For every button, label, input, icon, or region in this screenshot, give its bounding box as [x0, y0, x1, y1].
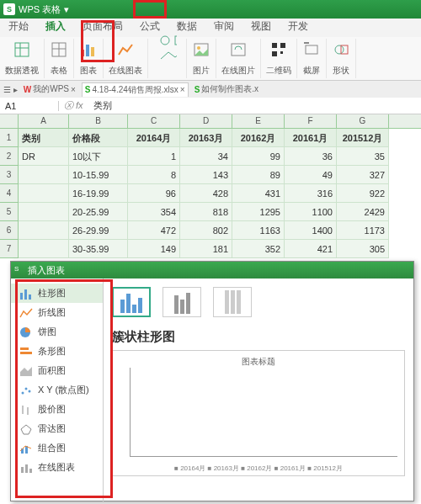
- cell[interactable]: 428: [180, 184, 232, 203]
- ribbon-picture[interactable]: 图片: [187, 39, 216, 78]
- cell[interactable]: 1163: [232, 221, 285, 240]
- cell[interactable]: 89: [232, 166, 285, 184]
- ribbon-table[interactable]: 表格: [45, 39, 74, 78]
- charttype-radar[interactable]: 雷达图: [11, 419, 103, 438]
- col-B[interactable]: B: [69, 114, 128, 128]
- cell[interactable]: 35: [337, 147, 389, 166]
- cell[interactable]: 49: [285, 166, 337, 184]
- row-hdr[interactable]: 1: [0, 129, 19, 147]
- cell[interactable]: 922: [337, 184, 389, 203]
- cell[interactable]: 1173: [337, 221, 389, 240]
- ribbon-qr[interactable]: 二维码: [261, 39, 297, 78]
- cell[interactable]: 20161月: [285, 129, 337, 147]
- cell[interactable]: 1400: [285, 221, 337, 240]
- cell[interactable]: 316: [285, 184, 337, 203]
- ribbon-online-chart[interactable]: 在线图表: [104, 39, 148, 78]
- cell[interactable]: 20162月: [232, 129, 285, 147]
- ribbon-screenshot[interactable]: 截屏: [297, 39, 327, 78]
- cell[interactable]: 352: [232, 240, 285, 258]
- cell[interactable]: 8: [128, 166, 180, 184]
- row-hdr[interactable]: 4: [0, 184, 19, 203]
- cell[interactable]: 16-19.99: [69, 184, 128, 203]
- cell[interactable]: 1295: [232, 203, 285, 221]
- cell[interactable]: 2429: [337, 203, 389, 221]
- ribbon-pivot[interactable]: 数据透视: [0, 39, 45, 78]
- row-hdr[interactable]: 5: [0, 203, 19, 221]
- select-all-corner[interactable]: [0, 114, 19, 128]
- tab-insert[interactable]: 插入: [37, 16, 74, 37]
- charttype-area[interactable]: 面积图: [11, 361, 103, 380]
- cell[interactable]: 20163月: [180, 129, 232, 147]
- cell[interactable]: 305: [337, 240, 389, 258]
- charttype-line[interactable]: 折线图: [11, 303, 103, 322]
- cell[interactable]: 472: [128, 221, 180, 240]
- col-E[interactable]: E: [232, 114, 285, 128]
- row-hdr[interactable]: 3: [0, 166, 19, 184]
- cell[interactable]: DR: [19, 147, 69, 166]
- col-G[interactable]: G: [337, 114, 389, 128]
- dialog-title-bar[interactable]: S 插入图表: [11, 262, 413, 279]
- tab-layout[interactable]: 页面布局: [74, 16, 131, 37]
- cell[interactable]: 802: [180, 221, 232, 240]
- charttype-column[interactable]: 柱形图: [11, 284, 103, 303]
- cell[interactable]: 36: [285, 147, 337, 166]
- ribbon-online-pic[interactable]: 在线图片: [216, 39, 261, 78]
- cell[interactable]: 818: [180, 203, 232, 221]
- cell[interactable]: [19, 184, 69, 203]
- doctab-menu-icon[interactable]: ☰ ▸: [3, 85, 18, 94]
- doctab-howto[interactable]: S如何制作图表.x: [192, 82, 261, 96]
- cell[interactable]: 201512月: [337, 129, 389, 147]
- cell[interactable]: 20-25.99: [69, 203, 128, 221]
- doctab-mywps[interactable]: W我的WPS ×: [21, 82, 78, 96]
- cell[interactable]: 181: [180, 240, 232, 258]
- fx-icon[interactable]: ⓧ fx: [59, 99, 88, 112]
- ribbon-chart[interactable]: 图表: [74, 39, 104, 78]
- cell[interactable]: [19, 240, 69, 258]
- charttype-stock[interactable]: 股价图: [11, 400, 103, 419]
- cell[interactable]: 1100: [285, 203, 337, 221]
- tab-dev[interactable]: 开发: [280, 16, 317, 37]
- charttype-bar[interactable]: 条形图: [11, 342, 103, 361]
- cell[interactable]: 类别: [19, 129, 69, 147]
- cell[interactable]: 149: [128, 240, 180, 258]
- cell[interactable]: [19, 203, 69, 221]
- cell[interactable]: 26-29.99: [69, 221, 128, 240]
- charttype-combo[interactable]: 组合图: [11, 438, 103, 458]
- cell[interactable]: 34: [180, 147, 232, 166]
- cell[interactable]: 1: [128, 147, 180, 166]
- col-D[interactable]: D: [180, 114, 232, 128]
- formula-value[interactable]: 类别: [88, 99, 117, 112]
- cell[interactable]: 327: [337, 166, 389, 184]
- subtype-stacked[interactable]: [163, 287, 201, 317]
- cell[interactable]: 10以下: [69, 147, 128, 166]
- row-hdr[interactable]: 2: [0, 147, 19, 166]
- ribbon-shape[interactable]: 形状: [327, 39, 356, 78]
- doctab-sales[interactable]: S4.18-4.24销售周报.xlsx ×: [82, 82, 189, 97]
- cell[interactable]: 143: [180, 166, 232, 184]
- subtype-percent[interactable]: [213, 287, 252, 317]
- cell[interactable]: 421: [285, 240, 337, 258]
- cell[interactable]: 价格段: [69, 129, 128, 147]
- col-F[interactable]: F: [285, 114, 337, 128]
- col-C[interactable]: C: [128, 114, 180, 128]
- charttype-scatter[interactable]: X Y (散点图): [11, 380, 103, 400]
- subtype-clustered[interactable]: [112, 287, 151, 317]
- cell[interactable]: [19, 221, 69, 240]
- cell[interactable]: 99: [232, 147, 285, 166]
- titlebar-dropdown-icon[interactable]: ▾: [64, 4, 69, 15]
- charttype-pie[interactable]: 饼图: [11, 322, 103, 342]
- tab-start[interactable]: 开始: [0, 16, 37, 37]
- cell[interactable]: 20164月: [128, 129, 180, 147]
- cell[interactable]: 30-35.99: [69, 240, 128, 258]
- cell[interactable]: 431: [232, 184, 285, 203]
- cell[interactable]: 96: [128, 184, 180, 203]
- ribbon-mini-charts[interactable]: [148, 39, 187, 78]
- charttype-online[interactable]: 在线图表: [11, 458, 103, 477]
- tab-view[interactable]: 视图: [242, 16, 280, 37]
- tab-review[interactable]: 审阅: [205, 16, 242, 37]
- cell[interactable]: [19, 166, 69, 184]
- cell[interactable]: 10-15.99: [69, 166, 128, 184]
- row-hdr[interactable]: 7: [0, 240, 19, 258]
- col-A[interactable]: A: [19, 114, 69, 128]
- name-box[interactable]: A1: [0, 101, 59, 111]
